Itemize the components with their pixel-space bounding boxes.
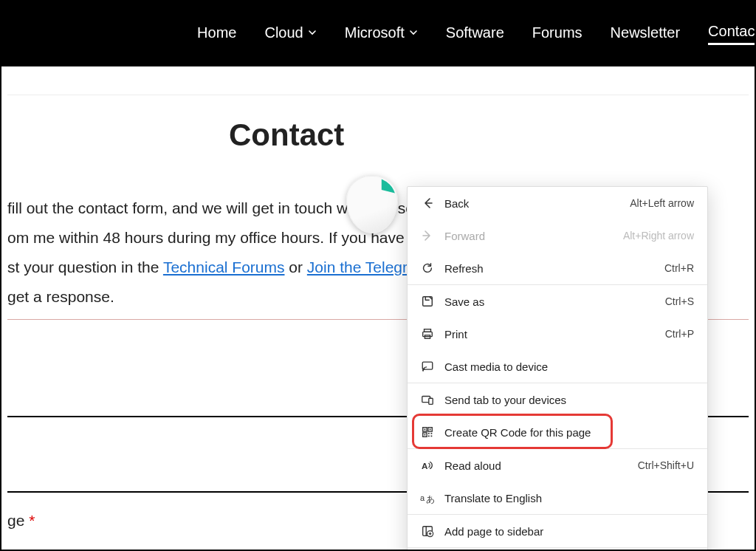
svg-rect-13 [425,434,426,436]
menu-label: Cast media to device [437,360,694,373]
svg-text:あ: あ [426,494,435,504]
menu-shortcut: Ctrl+R [664,262,694,274]
menu-shortcut: Alt+Left arrow [630,197,694,209]
menu-shortcut: Ctrl+Shift+U [638,459,694,471]
menu-item-translate[interactable]: aあTranslate to English [408,482,707,514]
svg-text:a: a [420,493,425,502]
menu-item-readaloud[interactable]: ARead aloudCtrl+Shift+U [408,449,707,482]
nav-label: Microsoft [345,24,405,41]
translate-icon: aあ [418,491,437,504]
qr-icon [418,425,437,439]
cast-icon [418,360,437,373]
menu-label: Back [437,197,630,210]
text-fragment: st your question in the [7,259,163,276]
chevron-down-icon [409,28,418,37]
chevron-down-icon [308,28,317,37]
page-title: Contact [7,95,749,153]
top-nav: Home Cloud Microsoft Software Forums New… [1,1,755,66]
nav-cloud[interactable]: Cloud [264,24,316,44]
print-icon [418,327,437,340]
menu-item-saveas[interactable]: Save asCtrl+S [408,285,707,318]
svg-rect-11 [425,429,426,431]
menu-shortcut: Ctrl+P [665,328,694,340]
svg-rect-16 [428,436,430,437]
required-asterisk: * [29,512,35,529]
nav-newsletter[interactable]: Newsletter [611,24,680,44]
save-icon [418,295,437,308]
menu-item-qrcode[interactable]: Create QR Code for this page [408,416,707,448]
nav-label: Newsletter [611,24,680,41]
arrow-left-icon [418,196,437,211]
svg-rect-12 [430,429,431,431]
menu-item-forward: ForwardAlt+Right arrow [408,219,707,252]
menu-label: Forward [437,230,623,242]
menu-item-sendtab[interactable]: Send tab to your devices [408,383,707,416]
devices-icon [418,393,437,406]
menu-item-collections[interactable]: Add page to Collections [408,548,707,551]
svg-text:A: A [422,461,428,470]
link-join-telegram[interactable]: Join the Telegra [307,259,416,276]
menu-label: Read aloud [437,459,638,472]
nav-forums[interactable]: Forums [532,24,583,44]
nav-label: Home [197,24,236,41]
svg-point-5 [422,370,424,372]
menu-label: Add page to sidebar [437,525,694,538]
menu-shortcut: Alt+Right arrow [623,230,694,242]
menu-item-print[interactable]: PrintCtrl+P [408,318,707,350]
menu-item-back[interactable]: BackAlt+Left arrow [408,187,707,219]
menu-shortcut: Ctrl+S [665,295,694,307]
arrow-right-icon [418,228,437,243]
svg-rect-14 [428,433,430,434]
nav-label: Software [446,24,504,41]
menu-label: Refresh [437,262,664,275]
nav-label: Contact [708,23,756,40]
menu-label: Translate to English [437,492,694,504]
nav-microsoft[interactable]: Microsoft [345,24,418,44]
sidebar-add-icon [418,524,437,538]
menu-label: Save as [437,295,665,308]
nav-contact[interactable]: Contact [708,23,756,45]
menu-label: Send tab to your devices [437,394,694,406]
text-fragment: get a response. [7,288,114,305]
menu-label: Create QR Code for this page [437,426,694,439]
menu-item-cast[interactable]: Cast media to device [408,350,707,383]
nav-label: Forums [532,24,583,41]
svg-rect-7 [429,398,433,404]
text-fragment: or [284,259,306,276]
nav-software[interactable]: Software [446,24,504,44]
nav-label: Cloud [264,24,303,41]
mouse-illustration [346,176,405,235]
svg-rect-15 [431,433,433,434]
context-menu: BackAlt+Left arrowForwardAlt+Right arrow… [407,186,708,551]
label-fragment: ge [7,512,29,529]
link-technical-forums[interactable]: Technical Forums [163,259,285,276]
menu-item-sidebar[interactable]: Add page to sidebar [408,515,707,547]
svg-rect-17 [431,436,433,437]
menu-item-refresh[interactable]: RefreshCtrl+R [408,252,707,284]
refresh-icon [418,261,437,275]
menu-label: Print [437,328,665,340]
svg-rect-2 [423,332,433,336]
page-body: Contact fill out the contact form, and w… [1,66,755,551]
nav-home[interactable]: Home [197,24,236,44]
read-aloud-icon: A [418,459,437,472]
